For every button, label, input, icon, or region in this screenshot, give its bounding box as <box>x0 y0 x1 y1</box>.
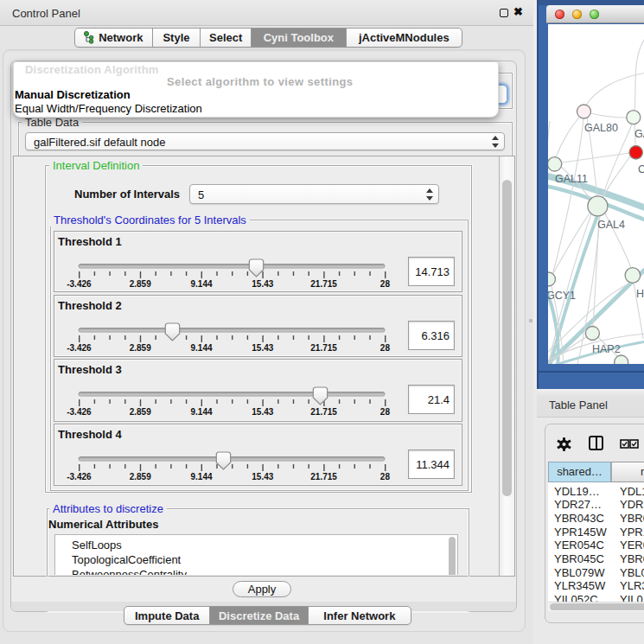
svg-text:GAL80: GAL80 <box>584 122 618 134</box>
svg-text:21.715: 21.715 <box>310 407 337 417</box>
svg-text:HAP2: HAP2 <box>592 343 621 355</box>
svg-text:28: 28 <box>380 343 391 353</box>
svg-text:-3.426: -3.426 <box>67 343 92 353</box>
svg-text:2.859: 2.859 <box>130 407 151 417</box>
svg-text:9.144: 9.144 <box>190 472 212 481</box>
svg-text:2.859: 2.859 <box>130 343 151 353</box>
svg-text:2.859: 2.859 <box>130 472 151 481</box>
svg-text:21.715: 21.715 <box>310 279 337 289</box>
svg-text:GCY1: GCY1 <box>548 290 576 302</box>
svg-text:15.43: 15.43 <box>252 343 273 353</box>
svg-text:21.715: 21.715 <box>310 343 337 353</box>
svg-text:28: 28 <box>380 472 391 481</box>
svg-text:H: H <box>636 288 644 300</box>
svg-text:GAL3: GAL3 <box>634 128 644 140</box>
svg-text:28: 28 <box>380 279 391 289</box>
svg-text:15.43: 15.43 <box>252 407 273 417</box>
svg-text:GAL4: GAL4 <box>597 219 625 231</box>
svg-text:-3.426: -3.426 <box>67 407 92 417</box>
svg-text:15.43: 15.43 <box>252 279 273 289</box>
svg-text:-3.426: -3.426 <box>67 279 92 289</box>
svg-text:2.859: 2.859 <box>130 279 151 289</box>
svg-text:C: C <box>638 163 644 175</box>
svg-text:9.144: 9.144 <box>190 279 212 289</box>
svg-text:15.43: 15.43 <box>252 472 273 481</box>
svg-text:9.144: 9.144 <box>190 407 212 417</box>
svg-text:-3.426: -3.426 <box>67 472 92 481</box>
svg-text:28: 28 <box>380 407 391 417</box>
svg-text:GAL11: GAL11 <box>555 173 588 185</box>
svg-text:9.144: 9.144 <box>190 343 212 353</box>
svg-text:21.715: 21.715 <box>310 472 337 481</box>
